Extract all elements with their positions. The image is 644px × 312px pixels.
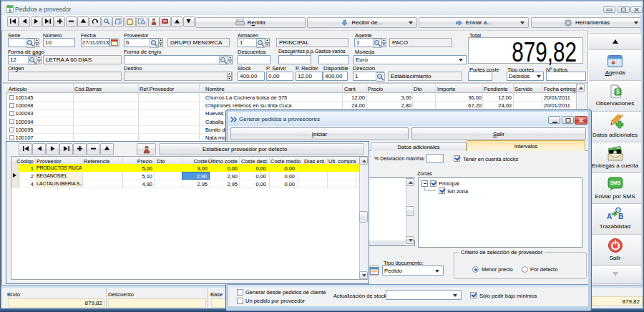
svg-text:A: A (607, 213, 612, 220)
svg-text:B: B (618, 213, 623, 220)
svg-text:$: $ (615, 88, 619, 95)
svg-text:SMS: SMS (610, 180, 620, 185)
